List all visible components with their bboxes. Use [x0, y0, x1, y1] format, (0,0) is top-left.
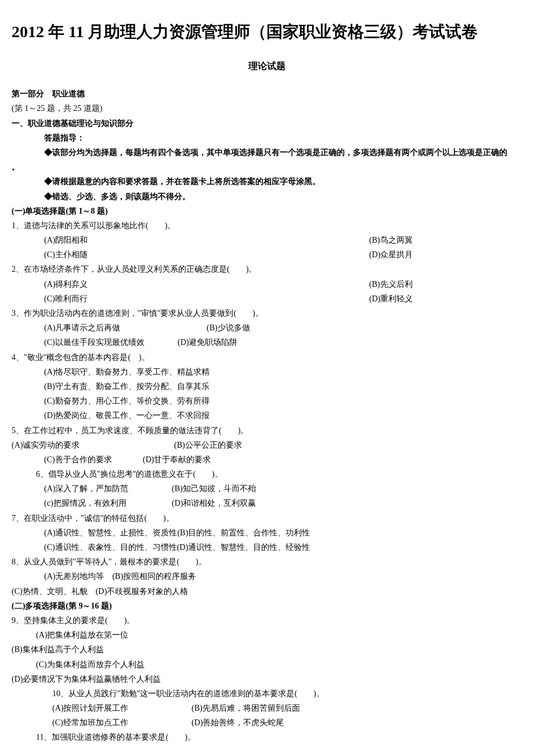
q1-a: (A)阴阳相和 — [44, 233, 369, 247]
q6: 6、倡导从业人员"换位思考"的道德意义在于( )。 — [12, 467, 522, 481]
q10: 10、从业人员践行"勤勉"这一职业活动内在的道德准则的基本要求是( )。 — [12, 686, 522, 701]
q4-c: (C)勤奋努力、用心工作、等价交换、劳有所得 — [12, 394, 522, 408]
q3-d: (D)避免职场陷阱 — [178, 338, 237, 347]
part1-range: (第 1～25 题，共 25 道题) — [12, 101, 522, 116]
q3-b: (B)少说多做 — [207, 323, 250, 332]
q5-a: (A)诚实劳动的要求 — [12, 438, 174, 452]
q1-d: (D)众星拱月 — [369, 247, 413, 262]
sub2-title: (二)多项选择题(第 9～16 题) — [12, 599, 522, 613]
q10-a: (A)按照计划开展工作 — [52, 701, 192, 715]
q6-c: (c)把握情况，有效利用 — [44, 496, 172, 510]
q3-c: (C)以最佳手段实现最优绩效 — [44, 335, 178, 350]
q4-a: (A)恪尽职守、勤奋努力、享受工作、精益求精 — [12, 365, 522, 379]
q5: 5、在工作过程中，员工为求速度、不顾质量的做法违背了( )。 — [12, 423, 522, 438]
q8-cd: (C)热情、文明、礼貌 (D)不歧视服务对象的人格 — [12, 584, 522, 599]
q8: 8、从业人员做到"平等待人"，最根本的要求是( )。 — [12, 555, 522, 569]
q2-b: (B)先义后利 — [369, 277, 413, 291]
page-title: 2012 年 11 月助理人力资源管理师（国家职业资格三级）考试试卷 — [12, 17, 522, 46]
q10-b: (B)先易后难，将困苦留到后面 — [192, 704, 300, 712]
q8-ab: (A)无差别地均等 (B)按照相同的程序服务 — [12, 569, 522, 584]
q1-b: (B)鸟之两翼 — [369, 233, 413, 247]
q5-d: (D)甘于奉献的要求 — [143, 455, 211, 464]
q5-c: (C)善于合作的要求 — [44, 452, 143, 467]
q5-b: (B)公平公正的要求 — [174, 441, 242, 449]
q3-a: (A)凡事请示之后再做 — [44, 321, 207, 335]
q6-d: (D)和谐相处，互利双赢 — [172, 499, 256, 507]
part1-label: 第一部分 职业道德 — [12, 87, 522, 101]
guide-1: ◆该部分均为选择题，每题均有四个备选项，其中单项选择题只有一个选项是正确的，多项… — [12, 145, 522, 160]
guide-2: ◆请根据题意的内容和要求答题，并在答题卡上将所选答案的相应字母涂黑。 — [12, 174, 522, 189]
q2-a: (A)得利弃义 — [44, 277, 369, 291]
q6-a: (A)深入了解，严加防范 — [44, 481, 172, 496]
q9-a: (A)把集体利益放在第一位 — [12, 628, 522, 642]
sub1-title: (一)单项选择题(第 1～8 题) — [12, 204, 522, 218]
q4: 4、"敬业"概念包含的基本内容是( )。 — [12, 350, 522, 365]
q10-d: (D)善始善终，不虎头蛇尾 — [192, 718, 284, 727]
q1-c: (C)主仆相随 — [44, 247, 369, 262]
q2-c: (C)唯利而行 — [44, 291, 369, 306]
guide-label: 答题指导： — [12, 131, 522, 145]
q9-c: (C)为集体利益而放弃个人利益 — [12, 657, 522, 672]
guide-dot: 。 — [12, 160, 522, 174]
q11: 11、加强职业道德修养的基本要求是( )。 — [12, 730, 522, 744]
q6-b: (B)知己知彼，斗而不殆 — [172, 484, 256, 493]
q4-b: (B)守土有责、勤奋工作、按劳分配、自享其乐 — [12, 379, 522, 394]
q7-cd: (C)通识性、表象性、目的性、习惯性(D)通识性、智慧性、目的性、经验性 — [12, 540, 522, 555]
q2: 2、在市场经济条件下，从业人员处理义利关系的正确态度是( )。 — [12, 262, 522, 276]
q9-d: (D)必要情况下为集体利益赢牺牲个人利益 — [12, 672, 522, 686]
section1-title: 一、职业道德基础理论与知识部分 — [12, 116, 522, 131]
q7: 7、在职业活动中，"诚信"的特征包括( )。 — [12, 511, 522, 525]
q3: 3、作为职业活动内在的道德准则，"审慎"要求从业人员要做到( )。 — [12, 306, 522, 321]
q9: 9、坚持集体主义的要求是( )。 — [12, 613, 522, 628]
guide-3: ◆错选、少选、多选，则该题均不得分。 — [12, 189, 522, 204]
subtitle: 理论试题 — [12, 58, 522, 75]
q10-c: (C)经常加班加点工作 — [52, 715, 192, 730]
q1: 1、道德与法律的关系可以形象地比作( )。 — [12, 218, 522, 233]
q4-d: (D)热爱岗位、敬畏工作、一心一意、不求回报 — [12, 408, 522, 423]
q2-d: (D)重利轻义 — [369, 291, 413, 306]
q9-b: (B)集体利益高于个人利益 — [12, 642, 522, 657]
q7-ab: (A)通识性、智慧性、止损性、资质性(B)目的性、前置性、合作性、功利性 — [12, 525, 522, 540]
